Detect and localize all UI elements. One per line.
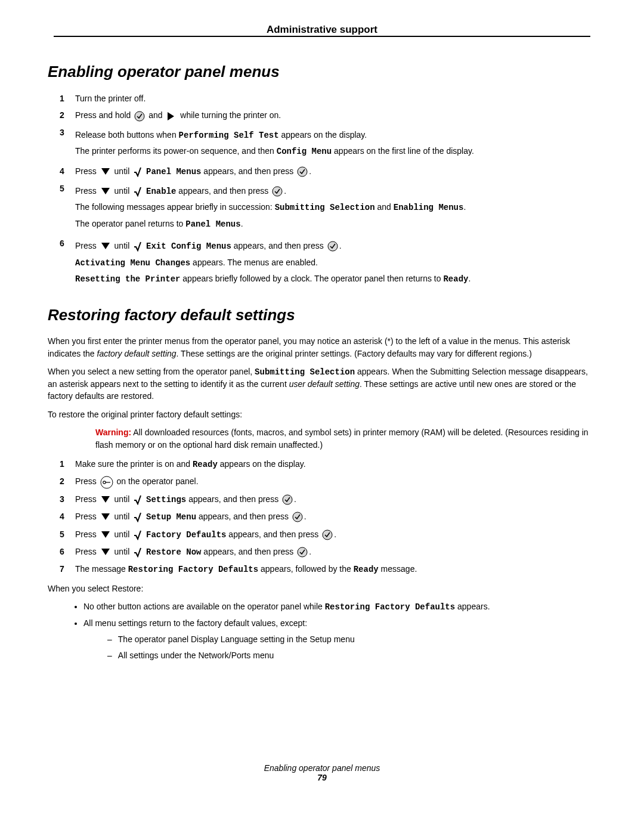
step-body: The message Restoring Factory Defaults a… bbox=[75, 562, 596, 576]
step-number: 1 bbox=[60, 457, 75, 470]
down-triangle-icon bbox=[100, 186, 111, 197]
page-number: 79 bbox=[48, 773, 596, 782]
step-body: Press and hold and while turning the pri… bbox=[75, 109, 596, 122]
check-circle-icon bbox=[272, 186, 283, 197]
sub-list: The operator panel Display Language sett… bbox=[83, 633, 596, 662]
down-triangle-icon bbox=[100, 529, 111, 540]
root-icon bbox=[133, 186, 143, 197]
step-body: Press on the operator panel. bbox=[75, 475, 596, 488]
step-number: 2 bbox=[60, 475, 75, 488]
step-body: Press until Setup Menu appears, and then… bbox=[75, 510, 596, 524]
paragraph: When you select a new setting from the o… bbox=[48, 366, 596, 402]
page-header: Administrative support bbox=[48, 24, 596, 42]
down-triangle-icon bbox=[100, 241, 111, 252]
check-circle-icon bbox=[292, 512, 303, 522]
step-body: Make sure the printer is on and Ready ap… bbox=[75, 457, 596, 471]
heading-enabling: Enabling operator panel menus bbox=[48, 63, 596, 81]
root-icon bbox=[133, 166, 143, 177]
warning-block: Warning: All downloaded resources (fonts… bbox=[95, 426, 596, 451]
heading-restoring: Restoring factory default settings bbox=[48, 306, 596, 324]
step-body: Release both buttons when Performing Sel… bbox=[75, 126, 596, 161]
check-circle-icon bbox=[134, 111, 145, 122]
step-number: 7 bbox=[60, 562, 75, 575]
root-icon bbox=[133, 547, 143, 558]
header-title: Administrative support bbox=[267, 24, 377, 35]
step-number: 4 bbox=[60, 510, 75, 523]
root-icon bbox=[133, 494, 143, 505]
warning-label: Warning: bbox=[95, 428, 131, 437]
down-triangle-icon bbox=[100, 512, 111, 522]
page-footer: Enabling operator panel menus 79 bbox=[48, 763, 596, 782]
header-rule bbox=[54, 36, 590, 37]
paragraph: When you select Restore: bbox=[48, 583, 596, 594]
step-body: Turn the printer off. bbox=[75, 92, 596, 105]
step-body: Press until Settings appears, and then p… bbox=[75, 493, 596, 506]
root-icon bbox=[133, 512, 143, 522]
root-icon bbox=[133, 241, 143, 252]
steps-restoring: 1 Make sure the printer is on and Ready … bbox=[48, 457, 596, 577]
step-number: 6 bbox=[60, 545, 75, 558]
step-number: 3 bbox=[60, 493, 75, 506]
check-circle-icon bbox=[322, 529, 333, 540]
steps-enabling: 1 Turn the printer off. 2 Press and hold… bbox=[48, 92, 596, 288]
list-item: The operator panel Display Language sett… bbox=[107, 633, 596, 646]
restore-bullets: No other button actions are available on… bbox=[48, 600, 596, 662]
down-triangle-icon bbox=[100, 494, 111, 505]
list-item: All settings under the Network/Ports men… bbox=[107, 649, 596, 662]
paragraph: To restore the original printer factory … bbox=[48, 408, 596, 420]
list-item: No other button actions are available on… bbox=[83, 600, 596, 614]
root-icon bbox=[133, 529, 143, 540]
step-number: 1 bbox=[60, 92, 75, 105]
down-triangle-icon bbox=[100, 166, 111, 177]
step-body: Press until Factory Defaults appears, an… bbox=[75, 528, 596, 541]
check-circle-icon bbox=[297, 547, 308, 558]
step-number: 6 bbox=[60, 237, 75, 250]
step-body: Press until Enable appears, and then pre… bbox=[75, 182, 596, 233]
step-body: Press until Panel Menus appears, and the… bbox=[75, 165, 596, 178]
menu-button-icon bbox=[100, 476, 113, 489]
step-body: Press until Exit Config Menus appears, a… bbox=[75, 237, 596, 288]
check-circle-icon bbox=[327, 241, 338, 252]
step-number: 2 bbox=[60, 109, 75, 122]
right-triangle-icon bbox=[166, 111, 177, 122]
check-circle-icon bbox=[282, 494, 293, 505]
paragraph: When you first enter the printer menus f… bbox=[48, 335, 596, 360]
list-item: All menu settings return to the factory … bbox=[83, 617, 596, 662]
step-number: 5 bbox=[60, 528, 75, 541]
step-number: 5 bbox=[60, 182, 75, 195]
check-circle-icon bbox=[297, 166, 308, 177]
down-triangle-icon bbox=[100, 547, 111, 558]
step-body: Press until Restore Now appears, and the… bbox=[75, 545, 596, 559]
step-number: 4 bbox=[60, 165, 75, 178]
footer-title: Enabling operator panel menus bbox=[48, 763, 596, 773]
step-number: 3 bbox=[60, 126, 75, 139]
